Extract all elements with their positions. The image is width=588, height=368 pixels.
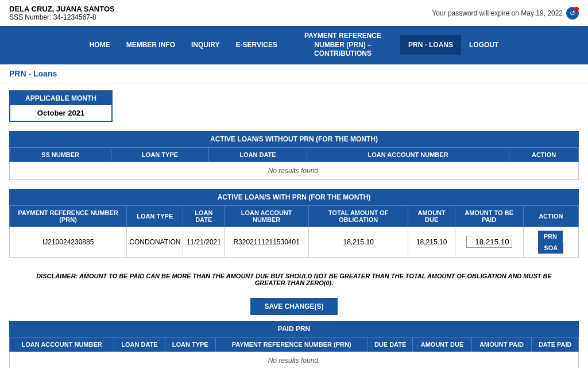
- active-loans-with-prn-table: PAYMENT REFERENCE NUMBER (PRN) LOAN TYPE…: [9, 205, 579, 258]
- col-amount-due: AMOUNT DUE: [408, 205, 455, 227]
- cell-loan-account: R3202111211530401: [225, 227, 309, 257]
- nav-inquiry[interactable]: INQUIRY: [183, 35, 228, 55]
- page-title: PRN - Loans: [0, 64, 588, 83]
- nav-prn-loans[interactable]: PRN - LOANS: [400, 35, 461, 55]
- col-loan-account2: LOAN ACCOUNT NUMBER: [225, 205, 309, 227]
- user-sss: SSS Number: 34-1234567-8: [9, 13, 115, 21]
- paid-col-amount-due: AMOUNT DUE: [413, 337, 471, 351]
- col-loan-type2: LOAN TYPE: [127, 205, 183, 227]
- paid-col-date-paid: DATE PAID: [532, 337, 579, 351]
- cell-amount-to-be-paid[interactable]: [455, 227, 523, 257]
- nav-member-info[interactable]: MEMBER INFO: [118, 35, 183, 55]
- active-loans-without-prn-table: SS NUMBER LOAN TYPE LOAN DATE LOAN ACCOU…: [9, 147, 579, 180]
- cell-loan-date: 11/21/2021: [183, 227, 225, 257]
- col-loan-date2: LOAN DATE: [183, 205, 225, 227]
- amount-to-be-paid-input[interactable]: [466, 236, 512, 248]
- col-loan-date: LOAN DATE: [209, 147, 307, 162]
- cell-action: PRN SOA: [523, 227, 578, 257]
- paid-no-results-row: No results found.: [10, 351, 579, 368]
- active-loans-with-prn-title: ACTIVE LOAN/S WITH PRN (FOR THE MONTH): [9, 189, 579, 205]
- main-nav: HOME MEMBER INFO INQUIRY E-SERVICES PAYM…: [0, 26, 588, 64]
- no-results-text: No results found.: [10, 162, 579, 179]
- col-loan-account: LOAN ACCOUNT NUMBER: [307, 147, 509, 162]
- notification-dot: [574, 7, 579, 12]
- col-ss-number: SS NUMBER: [10, 147, 111, 162]
- btn-prn[interactable]: PRN: [538, 231, 563, 242]
- disclaimer-text: DISCLAIMER: AMOUNT TO BE PAID CAN BE MOR…: [9, 267, 579, 292]
- cell-loan-type: CONDONATION: [127, 227, 183, 257]
- paid-col-loan-type: LOAN TYPE: [165, 337, 215, 351]
- active-loans-without-prn-section: ACTIVE LOAN/S WITHOUT PRN (FOR THE MONTH…: [9, 131, 579, 180]
- nav-prn-contributions[interactable]: PAYMENT REFERENCE NUMBER (PRN) – CONTRIB…: [285, 26, 400, 64]
- notification-icon[interactable]: ↺: [566, 7, 579, 20]
- password-notice: Your password will expire on May 19, 202…: [432, 7, 579, 20]
- cell-prn: IJ210024230885: [10, 227, 127, 257]
- active-loans-with-prn-section: ACTIVE LOAN/S WITH PRN (FOR THE MONTH) P…: [9, 189, 579, 258]
- paid-col-loan-account: LOAN ACCOUNT NUMBER: [10, 337, 114, 351]
- paid-prn-section: PAID PRN LOAN ACCOUNT NUMBER LOAN DATE L…: [9, 321, 579, 368]
- active-loans-without-prn-title: ACTIVE LOAN/S WITHOUT PRN (FOR THE MONTH…: [9, 131, 579, 147]
- applicable-month-label: APPLICABLE MONTH: [10, 91, 111, 105]
- applicable-month-value: October 2021: [10, 105, 111, 121]
- paid-prn-table: LOAN ACCOUNT NUMBER LOAN DATE LOAN TYPE …: [9, 337, 579, 368]
- paid-col-loan-date: LOAN DATE: [114, 337, 165, 351]
- top-header: DELA CRUZ, JUANA SANTOS SSS Number: 34-1…: [0, 0, 588, 26]
- no-results-row: No results found.: [10, 162, 579, 179]
- col-amount-to-be-paid: AMOUNT TO BE PAID: [455, 205, 523, 227]
- table-row: IJ210024230885 CONDONATION 11/21/2021 R3…: [10, 227, 579, 257]
- col-loan-type: LOAN TYPE: [111, 147, 209, 162]
- cell-amount-due: 18,215.10: [408, 227, 455, 257]
- nav-logout[interactable]: LOGOUT: [461, 35, 506, 55]
- col-action2: ACTION: [523, 205, 578, 227]
- cell-total-obligation: 18,215.10: [308, 227, 408, 257]
- nav-eservices[interactable]: E-SERVICES: [228, 35, 285, 55]
- password-notice-text: Your password will expire on May 19, 202…: [432, 9, 563, 17]
- user-info: DELA CRUZ, JUANA SANTOS SSS Number: 34-1…: [9, 5, 115, 21]
- applicable-month-box: APPLICABLE MONTH October 2021: [9, 90, 113, 122]
- save-changes-button[interactable]: SAVE CHANGE(S): [250, 298, 337, 315]
- col-total-obligation: TOTAL AMOUNT OF OBLIGATION: [308, 205, 408, 227]
- paid-col-due-date: DUE DATE: [368, 337, 413, 351]
- btn-soa[interactable]: SOA: [538, 242, 563, 254]
- content-area: APPLICABLE MONTH October 2021 ACTIVE LOA…: [0, 83, 588, 368]
- col-action: ACTION: [509, 147, 579, 162]
- user-name: DELA CRUZ, JUANA SANTOS: [9, 5, 115, 13]
- save-btn-container: SAVE CHANGE(S): [9, 292, 579, 321]
- nav-home[interactable]: HOME: [82, 35, 118, 55]
- paid-prn-title: PAID PRN: [9, 321, 579, 337]
- col-prn: PAYMENT REFERENCE NUMBER (PRN): [10, 205, 127, 227]
- paid-col-prn: PAYMENT REFERENCE NUMBER (PRN): [215, 337, 368, 351]
- paid-col-amount-paid: AMOUNT PAID: [471, 337, 532, 351]
- paid-no-results-text: No results found.: [10, 351, 579, 368]
